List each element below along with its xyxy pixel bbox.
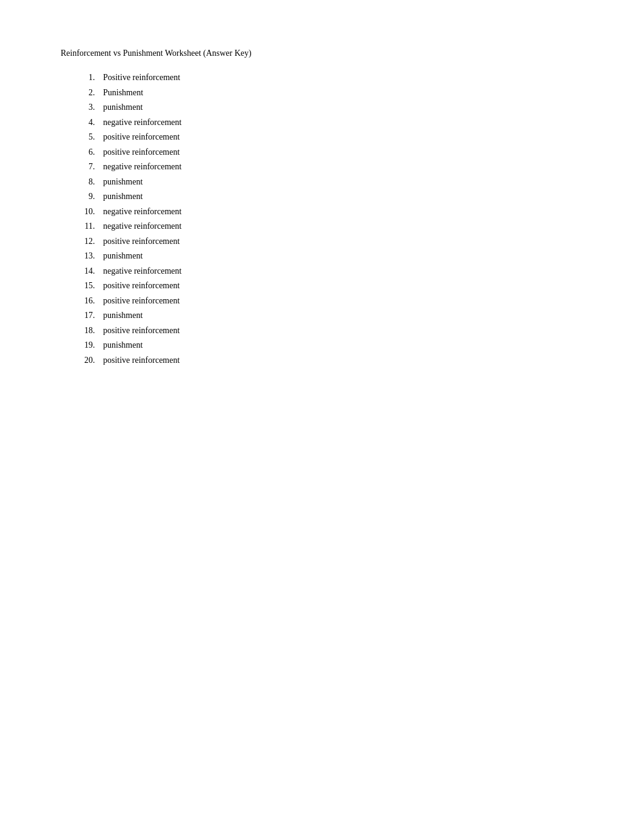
list-item: Positive reinforcement [97, 70, 583, 86]
list-item: positive reinforcement [97, 279, 583, 294]
list-item: positive reinforcement [97, 130, 583, 145]
list-item: positive reinforcement [97, 234, 583, 249]
list-item: punishment [97, 100, 583, 115]
list-item: negative reinforcement [97, 219, 583, 234]
list-item: positive reinforcement [97, 145, 583, 160]
list-item: positive reinforcement [97, 294, 583, 309]
page-title: Reinforcement vs Punishment Worksheet (A… [61, 49, 583, 58]
list-item: punishment [97, 338, 583, 353]
list-item: negative reinforcement [97, 205, 583, 220]
list-item: punishment [97, 308, 583, 323]
answer-list: Positive reinforcementPunishmentpunishme… [61, 70, 583, 368]
list-item: negative reinforcement [97, 160, 583, 175]
list-item: punishment [97, 189, 583, 205]
list-item: positive reinforcement [97, 353, 583, 368]
list-item: negative reinforcement [97, 115, 583, 130]
list-item: punishment [97, 249, 583, 264]
list-item: negative reinforcement [97, 264, 583, 279]
list-item: punishment [97, 175, 583, 190]
list-item: positive reinforcement [97, 323, 583, 339]
list-item: Punishment [97, 86, 583, 101]
